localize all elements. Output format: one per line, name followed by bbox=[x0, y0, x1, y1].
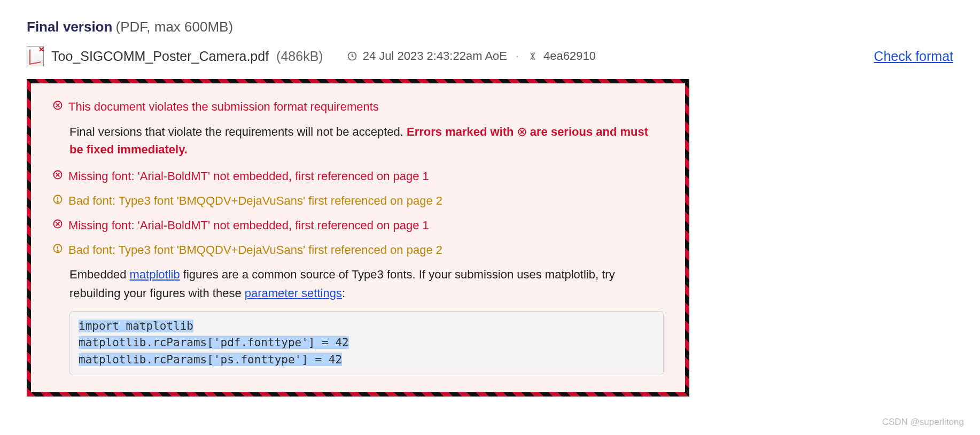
error-item: Missing font: 'Arial-BoldMT' not embedde… bbox=[52, 217, 664, 234]
section-subtitle: (PDF, max 600MB) bbox=[116, 19, 234, 35]
code-snippet[interactable]: import matplotlib matplotlib.rcParams['p… bbox=[69, 311, 664, 376]
error-item: Missing font: 'Arial-BoldMT' not embedde… bbox=[52, 168, 664, 185]
issue-text: Bad font: Type3 font 'BMQQDV+DejaVuSans'… bbox=[68, 192, 664, 209]
parameter-settings-link[interactable]: parameter settings bbox=[245, 286, 342, 300]
error-icon bbox=[52, 219, 63, 229]
warning-item: Bad font: Type3 font 'BMQQDV+DejaVuSans'… bbox=[52, 242, 664, 259]
check-format-link[interactable]: Check format bbox=[874, 49, 953, 64]
error-subtext: Final versions that violate the requirem… bbox=[69, 123, 664, 158]
svg-point-10 bbox=[57, 250, 58, 251]
pdf-icon: ✕ bbox=[27, 46, 44, 66]
issue-text: Bad font: Type3 font 'BMQQDV+DejaVuSans'… bbox=[68, 242, 664, 259]
issue-text: Missing font: 'Arial-BoldMT' not embedde… bbox=[68, 168, 664, 185]
error-icon bbox=[52, 100, 63, 111]
section-title: Final version bbox=[27, 19, 112, 35]
file-size: (486kB) bbox=[276, 49, 323, 64]
warning-icon bbox=[52, 243, 63, 254]
issue-text: Missing font: 'Arial-BoldMT' not embedde… bbox=[68, 217, 664, 234]
error-icon bbox=[52, 169, 63, 180]
upload-timestamp: 24 Jul 2023 2:43:22am AoE bbox=[363, 49, 507, 63]
hash-icon bbox=[527, 51, 538, 61]
matplotlib-link[interactable]: matplotlib bbox=[130, 268, 180, 281]
clock-icon bbox=[347, 51, 357, 61]
file-hash: 4ea62910 bbox=[543, 49, 596, 63]
warning-item: Bad font: Type3 font 'BMQQDV+DejaVuSans'… bbox=[52, 192, 664, 209]
format-error-panel: This document violates the submission fo… bbox=[27, 79, 689, 397]
file-name[interactable]: Too_SIGCOMM_Poster_Camera.pdf bbox=[51, 49, 269, 64]
error-icon-inline bbox=[517, 127, 527, 137]
separator-dot: · bbox=[516, 49, 519, 63]
error-main-title: This document violates the submission fo… bbox=[68, 98, 664, 115]
warning-icon bbox=[52, 194, 63, 205]
file-info-row: ✕ Too_SIGCOMM_Poster_Camera.pdf (486kB) … bbox=[27, 46, 953, 66]
svg-point-6 bbox=[57, 201, 58, 202]
matplotlib-hint: Embedded matplotlib figures are a common… bbox=[69, 266, 664, 302]
